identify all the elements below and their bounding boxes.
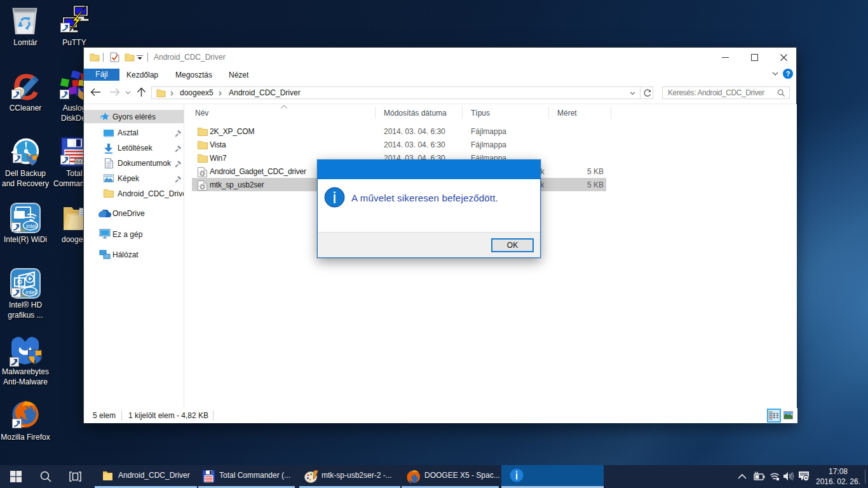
- svg-text:64: 64: [76, 159, 81, 165]
- svg-text:intel: intel: [25, 289, 36, 295]
- svg-text:intel: intel: [26, 223, 37, 229]
